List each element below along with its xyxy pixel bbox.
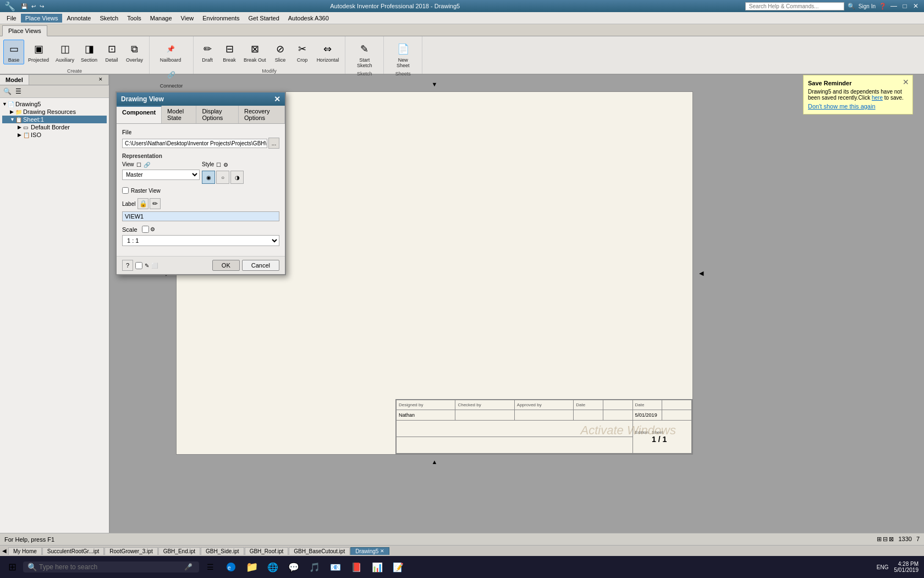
tab-root-grower[interactable]: RootGrower_3.ipt [105,547,157,555]
voice-search-icon[interactable]: 🎤 [184,563,193,571]
new-sheet-button[interactable]: 📄 NewSheet [393,40,414,70]
menu-manage[interactable]: Manage [146,14,177,23]
section-button[interactable]: ◨ Section [78,40,100,64]
browse-button[interactable]: ... [268,138,279,149]
mail-btn[interactable]: 📧 [326,557,345,577]
undo-icon[interactable]: ↩ [31,3,36,9]
drawing5-tab-close[interactable]: ✕ [380,548,384,554]
projected-button[interactable]: ▣ Projected [25,40,52,64]
menu-environments[interactable]: Environments [198,14,244,23]
style-hidden-lines-removed[interactable]: ◉ [202,171,215,184]
slice-button[interactable]: ⊘ Slice [270,40,291,64]
tab-my-home[interactable]: My Home [8,547,42,555]
minimize-btn[interactable]: — [890,2,898,10]
tab-gbh-roof[interactable]: GBH_Roof.ipt [245,547,289,555]
save-reminder-close[interactable]: ✕ [903,78,909,86]
tab-place-views[interactable]: Place Views [2,25,47,36]
raster-view-checkbox[interactable] [122,187,129,194]
expand-sheet1[interactable]: ▼ [10,117,15,122]
ok-button[interactable]: OK [212,260,240,271]
explorer-btn[interactable]: 📁 [242,557,262,577]
word-btn[interactable]: 📝 [388,557,408,577]
sign-in-btn[interactable]: Sign In [859,3,876,9]
draft-button[interactable]: ✏ Draft [197,40,218,64]
overlay-button[interactable]: ⧉ Overlay [123,40,146,64]
menu-autodesk-a360[interactable]: Autodesk A360 [284,14,333,23]
connector-button[interactable]: 🔗 Connector [157,66,186,90]
menu-view[interactable]: View [177,14,199,23]
menu-tools[interactable]: Tools [123,14,146,23]
dont-show-again[interactable]: Don't show me this again [808,103,908,110]
excel-btn[interactable]: 📊 [367,557,387,577]
auxiliary-button[interactable]: ◫ Auxiliary [53,40,77,64]
snap2-icon[interactable]: ⊠ [889,536,894,543]
menu-get-started[interactable]: Get Started [244,14,284,23]
taskbar-search-input[interactable] [39,563,182,571]
tab-gbh-side[interactable]: GBH_Side.ipt [201,547,244,555]
cancel-button[interactable]: Cancel [242,260,279,271]
search-tree-icon[interactable]: 🔍 [2,86,12,96]
file-path-input[interactable]: C:\Users\Nathan\Desktop\Inventor Project… [122,139,267,148]
tree-iso[interactable]: ▶ 📋 ISO [2,131,107,139]
acrobat-btn[interactable]: 📕 [346,557,366,577]
base-button[interactable]: ▭ Base [3,40,24,64]
label-input[interactable] [122,211,279,221]
menu-place-views[interactable]: Place Views [21,14,63,23]
edge-btn[interactable]: e [221,557,241,577]
tree-drawing5[interactable]: ▼ 📄 Drawing5 [2,100,107,108]
break-button[interactable]: ⊟ Break [219,40,240,64]
expand-default-border[interactable]: ▶ [18,124,23,130]
grid-icon[interactable]: ⊞ [877,536,882,543]
tree-options-icon[interactable]: ☰ [13,86,23,96]
dialog-tab-model-state[interactable]: Model State [162,106,196,123]
save-here-link[interactable]: here [872,95,883,101]
nailboard-button[interactable]: 📌 Nailboard [157,40,184,64]
tab-gbh-basecutout[interactable]: GBH_BaseCutout.ipt [289,547,350,555]
label-lock-btn[interactable]: 🔒 [138,198,148,209]
search-icon[interactable]: 🔍 [848,3,855,10]
close-btn[interactable]: ✕ [912,2,920,10]
expand-drawing5[interactable]: ▼ [2,101,8,107]
spotify-btn[interactable]: 🎵 [305,557,324,577]
dialog-help-btn[interactable]: ? [122,260,133,271]
menu-annotate[interactable]: Annotate [62,14,95,23]
style-shaded[interactable]: ◑ [230,171,244,184]
scale-checkbox[interactable] [142,226,149,233]
menu-sketch[interactable]: Sketch [96,14,123,23]
tab-succulent[interactable]: SucculentRootGr...ipt [42,547,105,555]
teams-btn[interactable]: 💬 [284,557,304,577]
maximize-btn[interactable]: □ [901,2,909,10]
taskbar-search-box[interactable]: 🔍 🎤 [23,561,199,572]
dialog-tab-display-options[interactable]: Display Options [196,106,239,123]
tab-prev-icon[interactable]: ◀ [2,548,7,554]
detail-button[interactable]: ⊡ Detail [101,40,122,64]
view-select[interactable]: Master [122,170,200,180]
redo-icon[interactable]: ↪ [40,3,44,9]
tree-default-border[interactable]: ▶ ▭ Default Border [2,123,107,131]
dialog-footer-checkbox[interactable] [135,262,142,269]
help-icon[interactable]: ❓ [879,3,887,10]
model-tab[interactable]: Model [0,75,29,85]
close-panel-icon[interactable]: ✕ [93,75,109,85]
tree-sheet1[interactable]: ▼ 📋 Sheet:1 [2,116,107,123]
tab-gbh-end[interactable]: GBH_End.ipt [158,547,200,555]
horizontal-button[interactable]: ⇔ Horizontal [314,40,342,64]
label-edit-btn[interactable]: ✏ [150,198,161,209]
dialog-tab-recovery-options[interactable]: Recovery Options [239,106,285,123]
menu-file[interactable]: File [2,14,21,23]
search-input[interactable] [745,2,844,10]
expand-iso[interactable]: ▶ [18,132,23,138]
save-icon[interactable]: 💾 [21,3,28,9]
dialog-close-btn[interactable]: ✕ [274,95,280,103]
breakout-button[interactable]: ⊠ Break Out [241,40,269,64]
snap-icon[interactable]: ⊟ [883,536,888,543]
dont-show-link[interactable]: Don't show me this again [808,103,876,110]
scale-select[interactable]: 1 : 1 1 : 2 1 : 4 2 : 1 4 : 1 [122,235,279,246]
expand-drawing-resources[interactable]: ▶ [10,109,15,114]
start-sketch-button[interactable]: ✎ StartSketch [354,40,375,70]
dialog-tab-component[interactable]: Component [117,106,162,123]
tree-drawing-resources[interactable]: ▶ 📁 Drawing Resources [2,108,107,116]
style-hidden-lines-visible[interactable]: ○ [216,171,229,184]
windows-start-btn[interactable]: ⊞ [2,557,22,577]
tab-drawing5[interactable]: Drawing5 ✕ [350,547,389,555]
